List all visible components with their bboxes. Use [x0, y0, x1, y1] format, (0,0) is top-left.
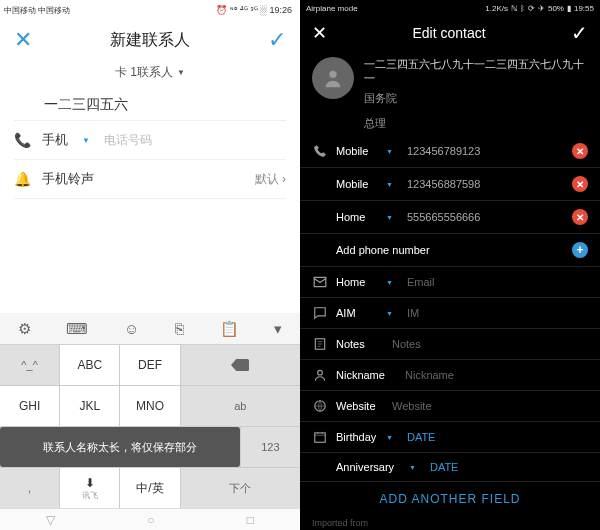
page-title: Edit contact	[412, 25, 485, 41]
close-icon[interactable]: ✕	[14, 27, 32, 53]
email-input[interactable]: Email	[407, 276, 588, 288]
account-selector[interactable]: 卡 1联系人 ▼	[0, 60, 300, 84]
right-screen: Airplane mode 1.2K/s ℕ ᛒ ⟳ ✈ 50% ▮ 19:55…	[300, 0, 600, 530]
note-icon	[312, 337, 328, 351]
confirm-icon[interactable]: ✓	[268, 27, 286, 53]
website-label: Website	[336, 400, 378, 412]
email-row: Home ▼ Email	[300, 267, 600, 298]
confirm-icon[interactable]: ✓	[571, 21, 588, 45]
organization-field[interactable]: 国务院	[364, 91, 588, 106]
key-lang[interactable]: 中/英	[120, 468, 179, 508]
svg-point-0	[329, 71, 336, 78]
nfc-icon: ℕ	[511, 4, 517, 13]
svg-rect-4	[315, 433, 326, 442]
page-title: 新建联系人	[110, 30, 190, 51]
nickname-label: Nickname	[336, 369, 391, 381]
nickname-row: Nickname Nickname	[300, 360, 600, 391]
key-abc[interactable]: ABC	[60, 345, 119, 385]
website-input[interactable]: Website	[392, 400, 588, 412]
calendar-icon	[312, 430, 328, 444]
phone-number[interactable]: 123456887598	[407, 178, 564, 190]
keyboard: ⚙ ⌨ ☺ ⎘ 📋 ▾ ^_^ ABC DEF GHI JKL MNO ab 联…	[0, 313, 300, 508]
website-row: Website Website	[300, 391, 600, 422]
bell-icon: 🔔	[14, 171, 32, 187]
key-emoji[interactable]: ^_^	[0, 345, 59, 385]
recent-icon[interactable]: □	[247, 513, 254, 527]
carrier-label: 中国移动 中国移动	[4, 6, 70, 15]
phone-type-label[interactable]: 手机	[42, 131, 72, 149]
birthday-value[interactable]: DATE	[407, 431, 588, 443]
notes-input[interactable]: Notes	[392, 338, 588, 350]
bt-icon: ᛒ	[520, 4, 525, 13]
home-icon[interactable]: ○	[147, 513, 154, 527]
birthday-label[interactable]: Birthday	[336, 431, 378, 443]
chevron-down-icon[interactable]: ▼	[386, 279, 393, 286]
clipboard-icon[interactable]: 📋	[220, 320, 239, 338]
avatar[interactable]	[312, 57, 354, 99]
name-field[interactable]: 一二三四五六	[14, 90, 286, 121]
nickname-input[interactable]: Nickname	[405, 369, 588, 381]
sync-icon: ⟳	[528, 4, 535, 13]
add-icon[interactable]: +	[572, 242, 588, 258]
key-def[interactable]: DEF	[120, 345, 179, 385]
chevron-down-icon[interactable]: ▼	[386, 310, 393, 317]
im-input[interactable]: IM	[407, 307, 588, 319]
im-row: AIM ▼ IM	[300, 298, 600, 329]
chevron-down-icon[interactable]: ▼	[386, 214, 393, 221]
key-next[interactable]: 下个	[181, 468, 300, 508]
chevron-down-icon[interactable]: ▼	[386, 434, 393, 441]
backspace-key[interactable]	[181, 345, 300, 385]
key-jkl[interactable]: JKL	[60, 386, 119, 426]
chevron-down-icon[interactable]: ▼	[386, 148, 393, 155]
gear-icon[interactable]: ⚙	[18, 320, 31, 338]
name-field[interactable]: 一二三四五六七八九十一二三四五六七八九十一	[364, 57, 588, 85]
keyboard-icon[interactable]: ⌨	[66, 320, 88, 338]
status-bar-right: Airplane mode 1.2K/s ℕ ᛒ ⟳ ✈ 50% ▮ 19:55	[300, 0, 600, 16]
ringtone-value: 默认 ›	[255, 171, 286, 188]
anniversary-value[interactable]: DATE	[430, 461, 588, 473]
key-mno[interactable]: MNO	[120, 386, 179, 426]
emoji-icon[interactable]: ☺	[124, 320, 139, 337]
scan-icon[interactable]: ⎘	[175, 320, 184, 337]
add-field-button[interactable]: ADD ANOTHER FIELD	[300, 482, 600, 516]
chevron-down-icon[interactable]: ▼	[82, 136, 90, 145]
status-icons: ⏰ ᶰᵒ ⁴ᴳ ³ᴳ ░	[216, 5, 266, 15]
im-type[interactable]: AIM	[336, 307, 378, 319]
key-voice[interactable]: ⬇讯飞	[60, 468, 119, 508]
email-type[interactable]: Home	[336, 276, 378, 288]
key-123[interactable]: 123	[241, 427, 300, 467]
phone-type[interactable]: Mobile	[336, 145, 378, 157]
delete-icon[interactable]: ✕	[572, 143, 588, 159]
back-icon[interactable]: ▽	[46, 513, 55, 527]
key-ab[interactable]: ab	[181, 386, 300, 426]
phone-type[interactable]: Home	[336, 211, 378, 223]
battery-icon: ▮	[567, 4, 571, 13]
android-navbar: ▽ ○ □	[0, 508, 300, 530]
close-icon[interactable]: ✕	[312, 22, 327, 44]
phone-row: Mobile ▼ 123456887598 ✕	[300, 168, 600, 201]
phone-row: Home ▼ 555665556666 ✕	[300, 201, 600, 234]
collapse-icon[interactable]: ▾	[274, 320, 282, 338]
ringtone-row[interactable]: 🔔 手机铃声 默认 ›	[14, 160, 286, 199]
person-icon	[312, 368, 328, 382]
chat-icon	[312, 306, 328, 320]
anniversary-row: Anniversary ▼ DATE	[300, 453, 600, 482]
key-comma[interactable]: ,	[0, 468, 59, 508]
phone-input[interactable]: 电话号码	[104, 132, 152, 149]
chevron-down-icon[interactable]: ▼	[409, 464, 416, 471]
delete-icon[interactable]: ✕	[572, 176, 588, 192]
phone-number[interactable]: 123456789123	[407, 145, 564, 157]
add-phone-label: Add phone number	[336, 244, 456, 256]
title-field[interactable]: 总理	[300, 114, 600, 135]
account-label: 卡 1联系人	[115, 64, 173, 81]
mail-icon	[312, 275, 328, 289]
notes-label: Notes	[336, 338, 378, 350]
delete-icon[interactable]: ✕	[572, 209, 588, 225]
notes-row: Notes Notes	[300, 329, 600, 360]
key-ghi[interactable]: GHI	[0, 386, 59, 426]
anniversary-label[interactable]: Anniversary	[336, 461, 401, 473]
chevron-down-icon[interactable]: ▼	[386, 181, 393, 188]
phone-number[interactable]: 555665556666	[407, 211, 564, 223]
phone-type[interactable]: Mobile	[336, 178, 378, 190]
add-phone-row[interactable]: Add phone number +	[300, 234, 600, 267]
